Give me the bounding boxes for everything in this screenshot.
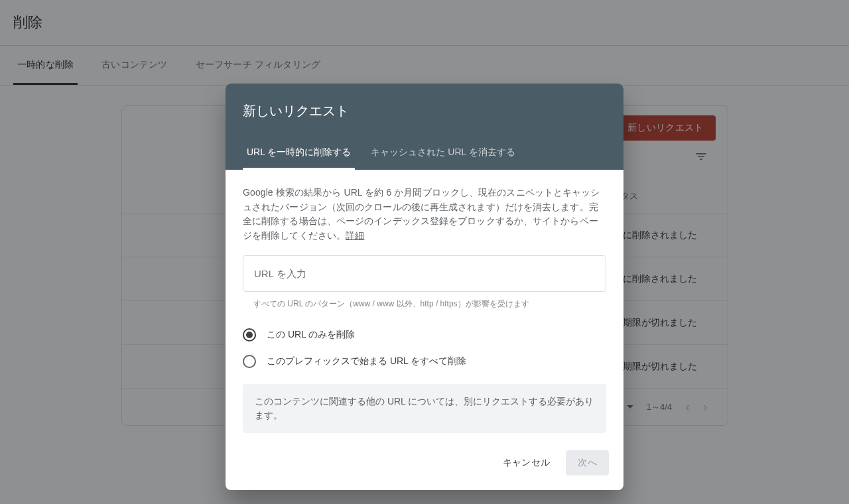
dialog-tab-clear-cache[interactable]: キャッシュされた URL を消去する <box>367 139 519 170</box>
info-box: このコンテンツに関連する他の URL については、別にリクエストする必要がありま… <box>243 384 606 433</box>
dialog-header: 新しいリクエスト URL を一時的に削除する キャッシュされた URL を消去す… <box>226 84 623 170</box>
cancel-button[interactable]: キャンセル <box>495 450 558 475</box>
dialog-title: 新しいリクエスト <box>243 102 606 120</box>
new-request-dialog: 新しいリクエスト URL を一時的に削除する キャッシュされた URL を消去す… <box>226 84 623 490</box>
radio-icon <box>243 328 256 342</box>
dialog-body: Google 検索の結果から URL を約 6 か月間ブロックし、現在のスニペッ… <box>226 170 623 440</box>
input-hint: すべての URL のパターン（www / www 以外、http / https… <box>253 298 606 310</box>
next-button[interactable]: 次へ <box>566 450 609 475</box>
learn-more-link[interactable]: 詳細 <box>346 230 364 241</box>
radio-icon <box>243 355 256 368</box>
dialog-tab-temporary-remove[interactable]: URL を一時的に削除する <box>243 139 355 170</box>
radio-remove-only-this-url[interactable]: この URL のみを削除 <box>243 322 606 348</box>
dialog-tabs: URL を一時的に削除する キャッシュされた URL を消去する <box>243 139 606 170</box>
radio-remove-prefix-urls[interactable]: このプレフィックスで始まる URL をすべて削除 <box>243 348 606 375</box>
radio-label: このプレフィックスで始まる URL をすべて削除 <box>267 355 466 367</box>
dialog-description: Google 検索の結果から URL を約 6 か月間ブロックし、現在のスニペッ… <box>243 186 606 243</box>
url-input[interactable] <box>243 255 606 292</box>
dialog-actions: キャンセル 次へ <box>226 440 623 490</box>
radio-label: この URL のみを削除 <box>267 329 355 341</box>
modal-overlay[interactable]: 新しいリクエスト URL を一時的に削除する キャッシュされた URL を消去す… <box>0 0 849 504</box>
